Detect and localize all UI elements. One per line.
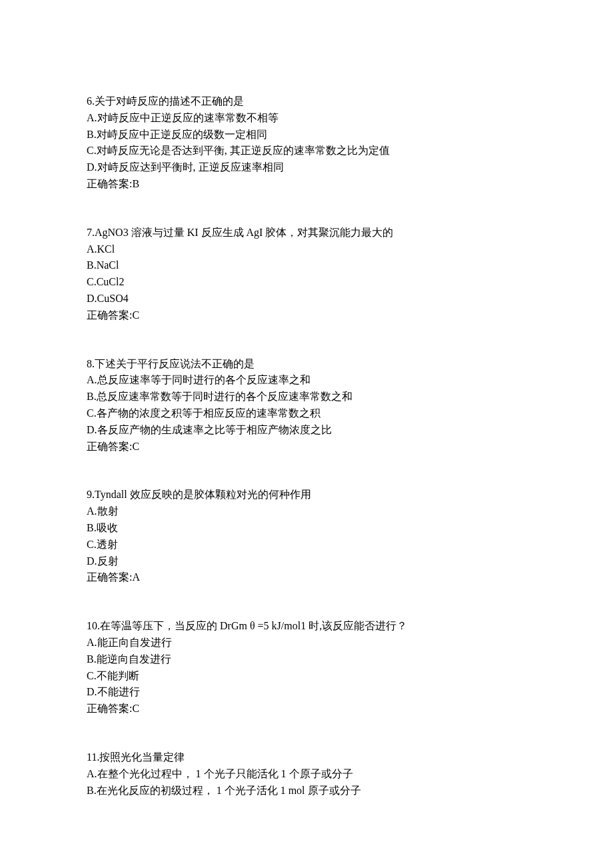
question-block: 9.Tyndall 效应反映的是胶体颗粒对光的何种作用 A.散射 B.吸收 C.… bbox=[87, 487, 526, 586]
question-option: A.在整个光化过程中， 1 个光子只能活化 1 个原子或分子 bbox=[87, 766, 526, 783]
question-option: C.不能判断 bbox=[87, 668, 526, 685]
question-option: D.不能进行 bbox=[87, 684, 526, 701]
question-option: A.对峙反应中正逆反应的速率常数不相等 bbox=[87, 110, 526, 127]
question-block: 8.下述关于平行反应说法不正确的是 A.总反应速率等于同时进行的各个反应速率之和… bbox=[87, 356, 526, 455]
question-option: D.反射 bbox=[87, 553, 526, 570]
question-option: B.吸收 bbox=[87, 520, 526, 537]
question-option: B.能逆向自发进行 bbox=[87, 651, 526, 668]
question-block: 11.按照光化当量定律 A.在整个光化过程中， 1 个光子只能活化 1 个原子或… bbox=[87, 749, 526, 799]
question-stem: 6.关于对峙反应的描述不正确的是 bbox=[87, 93, 526, 110]
document-page: 6.关于对峙反应的描述不正确的是 A.对峙反应中正逆反应的速率常数不相等 B.对… bbox=[0, 0, 613, 868]
question-option: A.能正向自发进行 bbox=[87, 635, 526, 651]
question-answer: 正确答案:A bbox=[87, 569, 526, 586]
question-option: B.对峙反应中正逆反应的级数一定相同 bbox=[87, 127, 526, 143]
question-option: D.CuSO4 bbox=[87, 291, 526, 307]
question-option: C.CuCl2 bbox=[87, 274, 526, 291]
question-option: A.总反应速率等于同时进行的各个反应速率之和 bbox=[87, 372, 526, 389]
question-stem: 8.下述关于平行反应说法不正确的是 bbox=[87, 356, 526, 373]
question-answer: 正确答案:B bbox=[87, 176, 526, 193]
question-stem: 7.AgNO3 溶液与过量 KI 反应生成 AgI 胶体，对其聚沉能力最大的 bbox=[87, 225, 526, 241]
question-option: D.对峙反应达到平衡时, 正逆反应速率相同 bbox=[87, 159, 526, 176]
question-option: C.各产物的浓度之积等于相应反应的速率常数之积 bbox=[87, 405, 526, 422]
question-block: 6.关于对峙反应的描述不正确的是 A.对峙反应中正逆反应的速率常数不相等 B.对… bbox=[87, 93, 526, 193]
question-stem: 9.Tyndall 效应反映的是胶体颗粒对光的何种作用 bbox=[87, 487, 526, 503]
question-block: 10.在等温等压下，当反应的 DrGm θ =5 kJ/mol1 时,该反应能否… bbox=[87, 618, 526, 717]
question-block: 7.AgNO3 溶液与过量 KI 反应生成 AgI 胶体，对其聚沉能力最大的 A… bbox=[87, 225, 526, 324]
question-option: C.透射 bbox=[87, 537, 526, 553]
question-option: B.NaCl bbox=[87, 257, 526, 274]
question-option: A.KCl bbox=[87, 241, 526, 258]
question-answer: 正确答案:C bbox=[87, 701, 526, 717]
question-answer: 正确答案:C bbox=[87, 307, 526, 324]
question-stem: 11.按照光化当量定律 bbox=[87, 749, 526, 766]
question-option: B.总反应速率常数等于同时进行的各个反应速率常数之和 bbox=[87, 389, 526, 405]
question-option: A.散射 bbox=[87, 503, 526, 520]
question-option: C.对峙反应无论是否达到平衡, 其正逆反应的速率常数之比为定值 bbox=[87, 143, 526, 159]
question-option: B.在光化反应的初级过程， 1 个光子活化 1 mol 原子或分子 bbox=[87, 783, 526, 799]
question-stem: 10.在等温等压下，当反应的 DrGm θ =5 kJ/mol1 时,该反应能否… bbox=[87, 618, 526, 635]
question-answer: 正确答案:C bbox=[87, 439, 526, 455]
question-option: D.各反应产物的生成速率之比等于相应产物浓度之比 bbox=[87, 422, 526, 439]
